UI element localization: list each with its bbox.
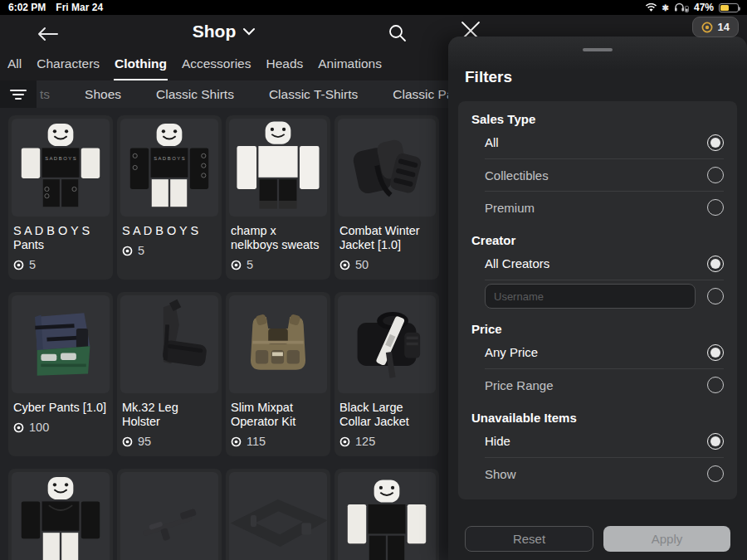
chip-partial[interactable]: ts	[40, 87, 50, 102]
robux-icon	[339, 436, 350, 447]
item-thumbnail	[338, 119, 436, 217]
wifi-icon	[645, 3, 657, 12]
grid-row-1: S A D B O Y S S A D B O Y S Pants 5	[8, 115, 448, 280]
item-card-cyber-pants[interactable]: Cyber Pants [1.0] 100	[8, 292, 113, 456]
item-price: 50	[355, 258, 369, 271]
option-sales-all[interactable]: All	[485, 126, 724, 158]
radio-selected-icon[interactable]	[707, 433, 724, 450]
item-thumbnail	[229, 472, 327, 560]
tab-clothing[interactable]: Clothing	[114, 53, 168, 80]
option-sales-premium[interactable]: Premium	[485, 191, 724, 223]
radio-selected-icon[interactable]	[707, 344, 724, 361]
radio-icon[interactable]	[707, 377, 724, 393]
item-thumbnail	[229, 119, 327, 217]
option-sales-collectibles[interactable]: Collectibles	[485, 158, 724, 191]
item-card-partial-4[interactable]	[334, 469, 439, 560]
item-name: Cyber Pants [1.0]	[13, 401, 108, 415]
svg-text:S A D B O Y S: S A D B O Y S	[154, 156, 184, 161]
item-card-leg-holster[interactable]: Mk.32 Leg Holster 95	[117, 292, 222, 456]
tab-all[interactable]: All	[7, 53, 22, 79]
item-price: 125	[355, 435, 375, 448]
option-price-range[interactable]: Price Range	[485, 368, 724, 401]
item-price-row: 50	[339, 258, 434, 271]
radio-selected-icon[interactable]	[707, 256, 724, 272]
item-name: S A D B O Y S Pants	[13, 224, 108, 252]
item-card-partial-1[interactable]	[8, 469, 113, 560]
svg-text:S A D B O Y S: S A D B O Y S	[45, 156, 76, 161]
status-time: 6:02 PM	[8, 2, 46, 13]
grid-row-2: Cyber Pants [1.0] 100	[8, 292, 448, 456]
tab-characters[interactable]: Characters	[36, 53, 100, 79]
robux-icon	[13, 260, 24, 270]
section-sales-type: Sales Type	[471, 112, 724, 126]
item-name: Combat Winter Jacket [1.0]	[339, 224, 434, 252]
item-price: 5	[138, 244, 144, 257]
option-any-price[interactable]: Any Price	[485, 336, 724, 368]
chip-classic-shirts[interactable]: Classic Shirts	[156, 87, 234, 102]
tab-animations[interactable]: Animations	[317, 53, 383, 79]
subcategory-bar: ts Shoes Classic Shirts Classic T-Shirts…	[0, 80, 448, 108]
item-thumbnail	[120, 295, 218, 393]
item-price-row: 95	[122, 435, 217, 448]
item-thumbnail	[12, 295, 110, 393]
section-price: Price	[471, 322, 724, 336]
option-creator-username[interactable]	[485, 280, 724, 312]
item-name: Mk.32 Leg Holster	[122, 401, 217, 429]
item-name: champ x nelkboys sweats	[231, 224, 325, 252]
chip-classic-tshirts[interactable]: Classic T-Shirts	[269, 87, 358, 102]
item-card-collar-jacket[interactable]: Black Large Collar Jacket 125	[334, 292, 439, 456]
item-card-sadboys-shirt[interactable]: S A D B O Y S S A D B O Y S 5	[117, 115, 222, 280]
item-thumbnail	[338, 472, 436, 560]
tab-heads[interactable]: Heads	[265, 53, 304, 79]
radio-selected-icon[interactable]	[707, 134, 724, 151]
robux-balance-badge[interactable]: 14	[692, 17, 739, 37]
chevron-down-icon	[242, 27, 256, 36]
radio-icon[interactable]	[707, 199, 724, 216]
radio-icon[interactable]	[707, 288, 724, 304]
username-input[interactable]	[485, 284, 696, 309]
sheet-drag-handle[interactable]	[583, 48, 613, 51]
item-card-operator-kit[interactable]: Slim Mixpat Operator Kit 115	[226, 292, 330, 456]
chip-shoes[interactable]: Shoes	[85, 87, 121, 102]
page-title: Shop	[193, 22, 237, 41]
option-hide[interactable]: Hide	[485, 425, 724, 457]
item-price: 5	[29, 258, 36, 271]
option-show[interactable]: Show	[485, 457, 724, 489]
radio-icon[interactable]	[707, 465, 724, 482]
robux-icon	[13, 422, 24, 433]
radio-icon[interactable]	[707, 167, 724, 183]
item-thumbnail	[12, 472, 110, 560]
tab-accessories[interactable]: Accessories	[181, 53, 252, 79]
item-thumbnail	[338, 295, 436, 393]
section-unavailable-items: Unavailable Items	[471, 411, 724, 425]
item-card-sadboys-pants[interactable]: S A D B O Y S S A D B O Y S Pants 5	[8, 115, 113, 280]
battery-icon	[719, 3, 739, 12]
reset-button[interactable]: Reset	[465, 526, 593, 552]
snowflake-icon: ✱	[662, 3, 669, 12]
status-bar: 6:02 PM Fri Mar 24 ✱	[0, 0, 747, 15]
item-price-row: 5	[13, 258, 108, 271]
item-name: Black Large Collar Jacket	[339, 401, 434, 429]
robux-icon	[231, 260, 242, 270]
filters-title: Filters	[465, 68, 512, 86]
filter-funnel-icon[interactable]	[0, 80, 37, 108]
item-price-row: 5	[122, 244, 217, 257]
item-card-combat-winter-jacket[interactable]: Combat Winter Jacket [1.0] 50	[334, 115, 439, 280]
item-price-row: 100	[13, 421, 108, 434]
item-card-partial-3[interactable]	[226, 469, 330, 560]
item-price: 95	[138, 435, 151, 448]
robux-icon	[339, 260, 350, 270]
apply-button[interactable]: Apply	[603, 526, 730, 552]
item-price-row: 5	[231, 258, 325, 271]
category-tabs: All Characters Clothing Accessories Head…	[0, 53, 448, 80]
search-icon[interactable]	[387, 22, 410, 46]
shop-title-dropdown[interactable]: Shop	[0, 22, 448, 41]
item-card-partial-2[interactable]	[117, 469, 222, 560]
option-all-creators[interactable]: All Creators	[485, 247, 724, 280]
robux-icon	[122, 436, 133, 447]
item-card-champ-sweats[interactable]: champ x nelkboys sweats 5	[226, 115, 330, 280]
chip-classic-pants[interactable]: Classic Pants	[393, 87, 448, 102]
item-price-row: 115	[231, 435, 325, 448]
robux-balance-value: 14	[718, 21, 730, 33]
headset-battery-icon	[674, 2, 689, 12]
